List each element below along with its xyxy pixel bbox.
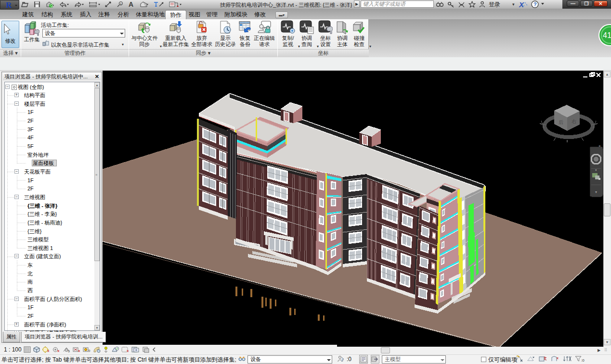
svg-text:x: x bbox=[78, 349, 80, 353]
svg-text:x: x bbox=[127, 349, 129, 353]
svg-text:x: x bbox=[557, 356, 559, 360]
svg-text:X: X bbox=[519, 1, 524, 8]
svg-text:x: x bbox=[57, 349, 60, 353]
svg-text:×: × bbox=[598, 144, 601, 148]
svg-text:9: 9 bbox=[68, 350, 70, 353]
svg-text:9: 9 bbox=[88, 349, 91, 353]
svg-text:x: x bbox=[47, 349, 50, 353]
svg-text:▾: ▾ bbox=[595, 168, 597, 172]
svg-text:A: A bbox=[129, 1, 133, 8]
svg-text:后: 后 bbox=[559, 120, 563, 125]
svg-text:▾: ▾ bbox=[595, 190, 597, 194]
svg-text:右: 右 bbox=[572, 119, 576, 124]
svg-text:41: 41 bbox=[603, 31, 611, 39]
svg-text::0: :0 bbox=[581, 358, 585, 363]
svg-text:?: ? bbox=[533, 1, 537, 7]
svg-text:x: x bbox=[544, 356, 546, 360]
svg-text:R: R bbox=[6, 0, 12, 9]
